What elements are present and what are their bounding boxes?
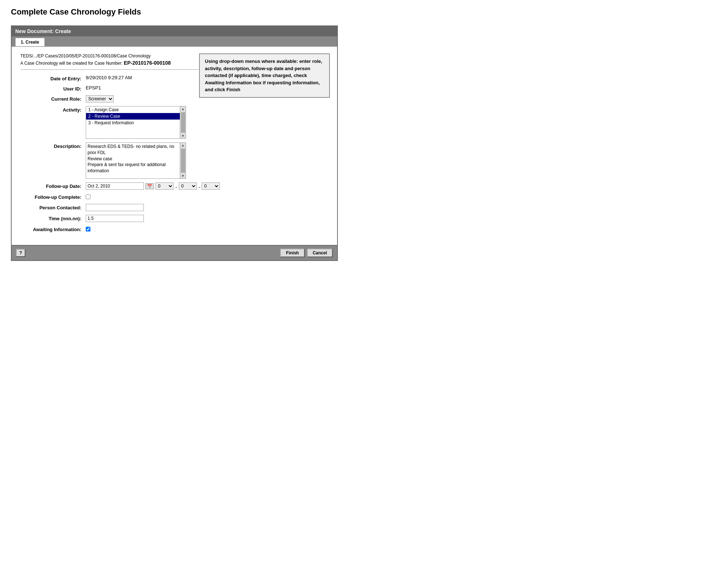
dialog-body: Using drop-down menus where available: e… <box>12 46 337 245</box>
scrollbar-up-arrow[interactable]: ▲ <box>181 106 185 112</box>
current-role-label: Current Role: <box>20 95 86 102</box>
time-input[interactable] <box>86 215 144 222</box>
person-contacted-input[interactable] <box>86 204 144 211</box>
awaiting-info-label: Awaiting Information: <box>20 226 86 232</box>
dialog-title-bar: New Document: Create <box>12 26 337 36</box>
followup-minute-select[interactable]: 0153045 <box>179 182 197 190</box>
dialog-tabs: 1. Create <box>12 36 337 46</box>
cancel-button[interactable]: Cancel <box>307 249 333 257</box>
date-of-entry-label: Date of Entry: <box>20 75 86 81</box>
time-row: Time (nnn.nn): <box>20 215 328 222</box>
awaiting-info-row: Awaiting Information: <box>20 226 328 233</box>
case-number-value: EP-2010176-000108 <box>124 60 171 66</box>
dialog-footer: ? Finish Cancel <box>12 245 337 260</box>
description-line-2: Review case <box>88 156 178 162</box>
followup-complete-label: Follow-up Complete: <box>20 193 86 200</box>
activity-item-request[interactable]: 3 - Request Information <box>86 120 180 126</box>
user-id-value: EPSP1 <box>86 84 101 90</box>
activity-item-review[interactable]: 2 - Review Case <box>86 113 180 120</box>
finish-button[interactable]: Finish <box>280 249 304 257</box>
footer-buttons: Finish Cancel <box>280 249 333 257</box>
scrollbar-thumb <box>181 112 185 133</box>
activity-scrollbar[interactable]: ▲ ▼ <box>180 106 186 139</box>
scrollbar-down-arrow[interactable]: ▼ <box>181 133 185 138</box>
current-role-select[interactable]: Screener Reviewer Manager <box>86 95 114 102</box>
activity-listbox[interactable]: 1 - Assign Case 2 - Review Case 3 - Requ… <box>86 106 180 139</box>
description-line-1: Research EDS & TEDS- no related plans, n… <box>88 144 178 156</box>
tooltip-box: Using drop-down menus where available: e… <box>199 53 330 98</box>
calendar-icon: 📅 <box>147 184 152 189</box>
activity-label: Activity: <box>20 106 86 113</box>
description-scrollbar[interactable]: ▲ ▼ <box>180 142 186 179</box>
desc-scrollbar-thumb <box>181 149 185 173</box>
person-contacted-row: Person Contacted: <box>20 204 328 211</box>
dialog-window: New Document: Create 1. Create Using dro… <box>11 25 338 261</box>
followup-second-select[interactable]: 0153045 <box>202 182 220 190</box>
help-button[interactable]: ? <box>16 249 25 257</box>
awaiting-info-checkbox[interactable] <box>86 227 90 231</box>
description-textbox[interactable]: Research EDS & TEDS- no related plans, n… <box>86 142 180 179</box>
time-label: Time (nnn.nn): <box>20 215 86 221</box>
user-id-label: User ID: <box>20 85 86 92</box>
tooltip-text: Using drop-down menus where available: e… <box>205 59 322 92</box>
followup-complete-checkbox[interactable] <box>86 194 90 199</box>
followup-date-row: Follow-up Date: 📅 012 . 0153045 . <box>20 182 328 190</box>
person-contacted-label: Person Contacted: <box>20 204 86 210</box>
followup-date-input[interactable] <box>86 182 144 190</box>
dialog-title: New Document: Create <box>15 28 71 34</box>
activity-item-assign[interactable]: 1 - Assign Case <box>86 106 180 113</box>
followup-complete-row: Follow-up Complete: <box>20 193 328 200</box>
description-label: Description: <box>20 142 86 149</box>
description-line-3: Prepare & sent fax request for additiona… <box>88 162 178 174</box>
desc-scrollbar-down-arrow[interactable]: ▼ <box>181 173 185 178</box>
date-of-entry-value: 9/29/2010 9:29:27 AM <box>86 74 132 80</box>
activity-row: Activity: 1 - Assign Case 2 - Review Cas… <box>20 106 328 139</box>
calendar-button[interactable]: 📅 <box>145 183 154 189</box>
followup-hour-select[interactable]: 012 <box>155 182 174 190</box>
desc-scrollbar-up-arrow[interactable]: ▲ <box>181 143 185 148</box>
followup-date-label: Follow-up Date: <box>20 182 86 189</box>
tab-create[interactable]: 1. Create <box>15 38 45 46</box>
description-row: Description: Research EDS & TEDS- no rel… <box>20 142 328 179</box>
page-title: Complete Case Chronology Fields <box>11 7 709 17</box>
